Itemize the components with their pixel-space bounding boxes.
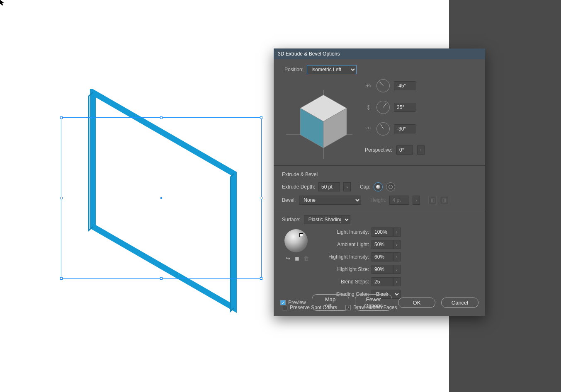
extrude-depth-stepper[interactable]: ›: [343, 182, 351, 191]
position-label: Position:: [284, 67, 304, 73]
cursor-icon: [0, 0, 6, 6]
light-intensity-label: Light Intensity:: [325, 229, 372, 235]
cancel-button[interactable]: Cancel: [441, 298, 478, 308]
delete-light-icon: 🗑: [303, 255, 309, 261]
bbox-handle-bl[interactable]: [60, 277, 63, 280]
extrude-depth-input[interactable]: [318, 182, 340, 191]
bevel-height-label: Height:: [370, 197, 386, 203]
perspective-stepper[interactable]: ›: [417, 145, 425, 155]
rotation-z-dial[interactable]: [374, 120, 392, 138]
selection-bounding-box[interactable]: [61, 117, 262, 279]
rotation-y-input[interactable]: [394, 103, 415, 112]
ambient-light-stepper[interactable]: ›: [393, 240, 401, 249]
bbox-center: [160, 197, 162, 199]
blend-steps-stepper[interactable]: ›: [393, 277, 401, 286]
axis-z-icon: [365, 125, 372, 133]
bbox-handle-mr[interactable]: [260, 197, 262, 199]
light-position-marker[interactable]: [299, 233, 303, 237]
cap-off-button[interactable]: [386, 182, 395, 191]
bbox-handle-bc[interactable]: [160, 277, 163, 280]
position-select[interactable]: Isometric Left: [307, 65, 357, 74]
surface-select[interactable]: Plastic Shading: [304, 215, 350, 224]
highlight-intensity-label: Highlight Intensity:: [325, 254, 372, 260]
rotation-x-input[interactable]: [394, 81, 415, 90]
bevel-select[interactable]: None: [299, 196, 361, 205]
preview-label: Preview: [288, 300, 306, 305]
extrude-bevel-heading: Extrude & Bevel: [282, 172, 477, 177]
bevel-label: Bevel:: [282, 197, 296, 203]
rotation-x-dial[interactable]: [374, 76, 392, 95]
highlight-size-input[interactable]: [372, 265, 393, 274]
perspective-input[interactable]: [396, 145, 413, 155]
light-intensity-stepper[interactable]: ›: [393, 227, 401, 237]
dialog-title: 3D Extrude & Bevel Options: [274, 48, 485, 59]
cap-on-button[interactable]: [374, 182, 383, 191]
bbox-handle-br[interactable]: [260, 277, 262, 280]
bbox-handle-ml[interactable]: [60, 197, 63, 199]
light-intensity-input[interactable]: [372, 227, 393, 237]
rotation-y-dial[interactable]: [374, 98, 393, 117]
light-sphere-preview[interactable]: [284, 229, 308, 252]
extrude-depth-label: Extrude Depth:: [282, 184, 315, 190]
bbox-handle-tc[interactable]: [160, 116, 163, 119]
move-light-back-icon[interactable]: ↪: [284, 255, 291, 261]
axis-y-icon: [365, 104, 372, 111]
bevel-extent-out-icon: ◨: [440, 196, 448, 204]
bevel-height-input: [389, 196, 409, 205]
highlight-intensity-stepper[interactable]: ›: [393, 252, 401, 261]
bevel-height-stepper: ›: [413, 196, 420, 205]
ambient-light-input[interactable]: [372, 240, 393, 249]
ambient-light-label: Ambient Light:: [325, 242, 372, 247]
blend-steps-label: Blend Steps:: [325, 279, 372, 285]
perspective-label: Perspective:: [365, 147, 392, 153]
surface-label: Surface:: [282, 217, 301, 223]
map-art-button[interactable]: Map Art...: [312, 294, 349, 311]
dialog-3d-extrude-bevel: 3D Extrude & Bevel Options Position: Iso…: [274, 48, 485, 316]
rotation-z-input[interactable]: [394, 124, 415, 133]
blend-steps-input[interactable]: [372, 277, 393, 286]
new-light-icon[interactable]: ◼: [294, 255, 300, 261]
highlight-intensity-input[interactable]: [372, 252, 393, 261]
highlight-size-label: Highlight Size:: [325, 266, 372, 272]
bbox-handle-tr[interactable]: [260, 116, 262, 119]
cap-label: Cap:: [360, 184, 370, 190]
rotation-cube-preview[interactable]: [282, 78, 357, 161]
highlight-size-stepper[interactable]: ›: [393, 265, 401, 274]
bevel-extent-in-icon: ◧: [428, 196, 437, 204]
ok-button[interactable]: OK: [398, 298, 435, 308]
bbox-handle-tl[interactable]: [60, 116, 63, 119]
fewer-options-button[interactable]: Fewer Options: [355, 294, 392, 311]
axis-x-icon: [365, 82, 372, 90]
preview-checkbox[interactable]: ✓ Preview: [280, 300, 306, 305]
